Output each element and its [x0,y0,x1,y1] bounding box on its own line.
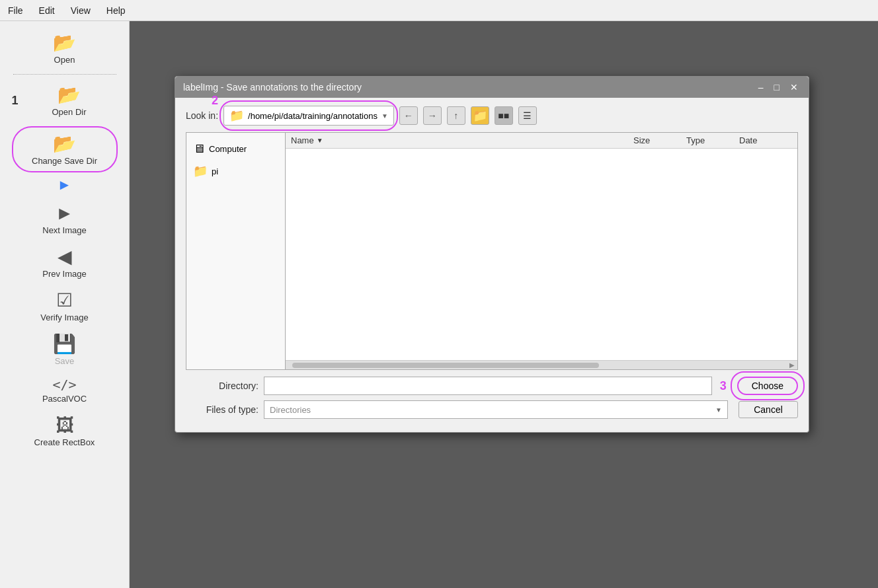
col-type: Type [686,135,739,145]
dialog-close-button[interactable]: ✕ [787,82,801,92]
anno-badge-3: 3 [720,379,727,393]
view-list-button[interactable]: ☰ [518,106,537,125]
dialog-title: labelImg - Save annotations to the direc… [183,82,362,92]
dialog-minimize-button[interactable]: – [756,82,766,92]
places-panel: 🖥 Computer 📁 pi [186,133,286,369]
dialog-maximize-button[interactable]: □ [772,82,782,92]
files-of-type-arrow: ▼ [715,406,722,414]
directory-label: Directory: [186,381,259,391]
nav-forward-button[interactable]: → [423,106,442,125]
files-of-type-label: Files of type: [186,404,259,415]
lookin-row: Look in: 📁 /home/pi/data/training/annota… [186,106,798,126]
directory-row: Directory: 3 Choose [186,377,798,395]
dialog-overlay: labelImg - Save annotations to the direc… [0,0,878,588]
lookin-path-text: /home/pi/data/training/annotations [248,111,378,121]
lookin-label: Look in: [186,110,218,121]
save-dialog: labelImg - Save annotations to the direc… [175,76,809,433]
choose-button[interactable]: Choose [737,377,798,395]
scrollbar-right-arrow: ▶ [789,361,797,369]
directory-input[interactable] [264,377,712,395]
place-computer-label: Computer [209,144,247,154]
col-size: Size [633,135,686,145]
computer-icon: 🖥 [193,142,205,156]
files-of-type-value: Directories [270,405,311,415]
files-scrollbar[interactable]: ▶ [286,360,797,369]
files-of-type-select[interactable]: Directories ▼ [264,400,728,419]
cancel-button[interactable]: Cancel [738,401,798,418]
place-computer[interactable]: 🖥 Computer [186,138,285,160]
scrollbar-thumb [292,363,599,368]
lookin-dropdown-arrow: ▼ [381,112,388,120]
nav-new-folder-button[interactable]: 📁 [471,106,489,125]
col-sort-arrow: ▼ [317,137,323,144]
files-header: Name ▼ Size Type Date [286,133,797,149]
nav-back-button[interactable]: ← [399,106,418,125]
col-date: Date [739,135,792,145]
place-pi-label: pi [212,166,218,176]
nav-up-button[interactable]: ↑ [447,106,465,125]
place-pi[interactable]: 📁 pi [186,160,285,182]
files-of-type-row: Files of type: Directories ▼ Cancel [186,400,798,419]
pi-folder-icon: 📁 [193,164,208,178]
view-grid-button[interactable]: ■■ [495,106,513,125]
file-browser: 🖥 Computer 📁 pi Name ▼ S [186,132,798,370]
col-name: Name ▼ [291,135,633,145]
files-panel: Name ▼ Size Type Date ▶ [286,133,797,369]
dialog-controls: – □ ✕ [756,82,801,92]
dialog-body: Look in: 📁 /home/pi/data/training/annota… [175,98,809,432]
lookin-path-dropdown[interactable]: 📁 /home/pi/data/training/annotations ▼ [223,106,394,126]
dialog-titlebar: labelImg - Save annotations to the direc… [175,77,809,98]
